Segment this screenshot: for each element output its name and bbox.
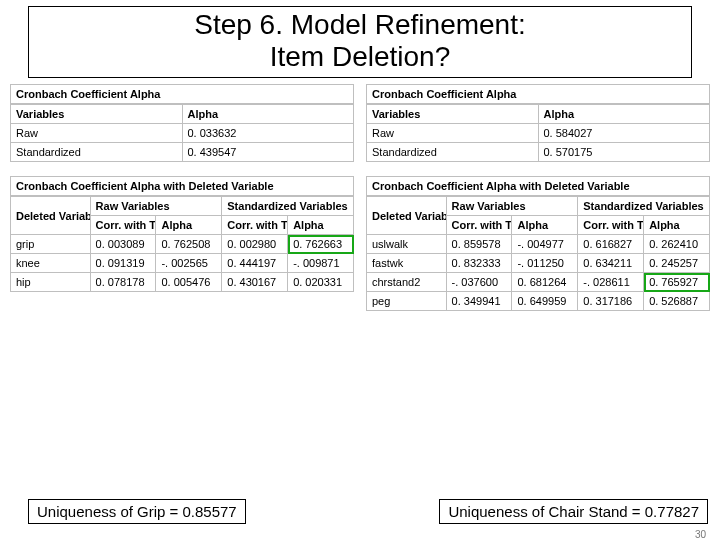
cell: -. 011250 xyxy=(512,254,578,273)
hdr-stdvars: Standardized Variables xyxy=(578,197,710,216)
page-number: 30 xyxy=(695,529,706,540)
del-table-right: Deleted Variable Raw Variables Standardi… xyxy=(366,196,710,311)
hdr-corr-std: Corr. with Total xyxy=(578,216,644,235)
cell: -. 028611 xyxy=(578,273,644,292)
del-section-left: Cronbach Coefficient Alpha with Deleted … xyxy=(10,176,354,196)
cell: knee xyxy=(11,254,91,273)
cell: 0. 078178 xyxy=(90,273,156,292)
row-std-val: 0. 570175 xyxy=(538,143,710,162)
row-raw-val: 0. 033632 xyxy=(182,124,354,143)
cell: 0. 526887 xyxy=(644,292,710,311)
table-row: peg 0. 349941 0. 649959 0. 317186 0. 526… xyxy=(367,292,710,311)
cell: 0. 005476 xyxy=(156,273,222,292)
cell: 0. 444197 xyxy=(222,254,288,273)
hdr-corr-raw: Corr. with Total xyxy=(90,216,156,235)
uniqueness-note-left: Uniqueness of Grip = 0.85577 xyxy=(28,499,246,524)
table-row: chrstand2 -. 037600 0. 681264 -. 028611 … xyxy=(367,273,710,292)
cell: 0. 859578 xyxy=(446,235,512,254)
hdr-rawvars: Raw Variables xyxy=(90,197,222,216)
table-row: uslwalk 0. 859578 -. 004977 0. 616827 0.… xyxy=(367,235,710,254)
row-std-val: 0. 439547 xyxy=(182,143,354,162)
cell: -. 004977 xyxy=(512,235,578,254)
cell: fastwk xyxy=(367,254,447,273)
cell: 0. 262410 xyxy=(644,235,710,254)
slide: Step 6. Model Refinement: Item Deletion?… xyxy=(0,6,720,540)
cell: peg xyxy=(367,292,447,311)
hdr-alpha-raw: Alpha xyxy=(512,216,578,235)
cell: chrstand2 xyxy=(367,273,447,292)
hdr-alpha: Alpha xyxy=(538,105,710,124)
cell: 0. 003089 xyxy=(90,235,156,254)
table-row: grip 0. 003089 0. 762508 0. 002980 0. 76… xyxy=(11,235,354,254)
hdr-delvar: Deleted Variable xyxy=(367,197,447,235)
cell-highlight: 0. 765927 xyxy=(644,273,710,292)
hdr-alpha-raw: Alpha xyxy=(156,216,222,235)
alpha-table-left: Variables Alpha Raw 0. 033632 Standardiz… xyxy=(10,104,354,162)
cell: 0. 430167 xyxy=(222,273,288,292)
title-line1: Step 6. Model Refinement: xyxy=(35,9,685,41)
hdr-alpha-std: Alpha xyxy=(644,216,710,235)
cell: 0. 245257 xyxy=(644,254,710,273)
cell: 0. 616827 xyxy=(578,235,644,254)
hdr-variables: Variables xyxy=(367,105,539,124)
cell: 0. 349941 xyxy=(446,292,512,311)
hdr-corr-std: Corr. with Total xyxy=(222,216,288,235)
cell: 0. 649959 xyxy=(512,292,578,311)
cell: 0. 002980 xyxy=(222,235,288,254)
uniqueness-note-right: Uniqueness of Chair Stand = 0.77827 xyxy=(439,499,708,524)
hdr-corr-raw: Corr. with Total xyxy=(446,216,512,235)
alpha-section-right: Cronbach Coefficient Alpha xyxy=(366,84,710,104)
cell: 0. 762508 xyxy=(156,235,222,254)
hdr-alpha: Alpha xyxy=(182,105,354,124)
cell: uslwalk xyxy=(367,235,447,254)
table-row: hip 0. 078178 0. 005476 0. 430167 0. 020… xyxy=(11,273,354,292)
cell: 0. 317186 xyxy=(578,292,644,311)
hdr-stdvars: Standardized Variables xyxy=(222,197,354,216)
hdr-delvar: Deleted Variable xyxy=(11,197,91,235)
cell: 0. 020331 xyxy=(288,273,354,292)
cell: hip xyxy=(11,273,91,292)
left-col: Cronbach Coefficient Alpha Variables Alp… xyxy=(10,84,354,311)
del-section-right: Cronbach Coefficient Alpha with Deleted … xyxy=(366,176,710,196)
alpha-section-left: Cronbach Coefficient Alpha xyxy=(10,84,354,104)
table-row: knee 0. 091319 -. 002565 0. 444197 -. 00… xyxy=(11,254,354,273)
cell: -. 002565 xyxy=(156,254,222,273)
cell: 0. 634211 xyxy=(578,254,644,273)
right-col: Cronbach Coefficient Alpha Variables Alp… xyxy=(366,84,710,311)
cell: 0. 832333 xyxy=(446,254,512,273)
hdr-rawvars: Raw Variables xyxy=(446,197,578,216)
cell: 0. 091319 xyxy=(90,254,156,273)
del-table-left: Deleted Variable Raw Variables Standardi… xyxy=(10,196,354,292)
row-raw-label: Raw xyxy=(367,124,539,143)
columns: Cronbach Coefficient Alpha Variables Alp… xyxy=(0,84,720,311)
hdr-variables: Variables xyxy=(11,105,183,124)
cell: -. 009871 xyxy=(288,254,354,273)
row-std-label: Standardized xyxy=(11,143,183,162)
title-box: Step 6. Model Refinement: Item Deletion? xyxy=(28,6,692,78)
row-raw-val: 0. 584027 xyxy=(538,124,710,143)
cell: grip xyxy=(11,235,91,254)
alpha-table-right: Variables Alpha Raw 0. 584027 Standardiz… xyxy=(366,104,710,162)
cell: 0. 681264 xyxy=(512,273,578,292)
table-row: fastwk 0. 832333 -. 011250 0. 634211 0. … xyxy=(367,254,710,273)
row-std-label: Standardized xyxy=(367,143,539,162)
row-raw-label: Raw xyxy=(11,124,183,143)
cell: -. 037600 xyxy=(446,273,512,292)
hdr-alpha-std: Alpha xyxy=(288,216,354,235)
title-line2: Item Deletion? xyxy=(35,41,685,73)
cell-highlight: 0. 762663 xyxy=(288,235,354,254)
